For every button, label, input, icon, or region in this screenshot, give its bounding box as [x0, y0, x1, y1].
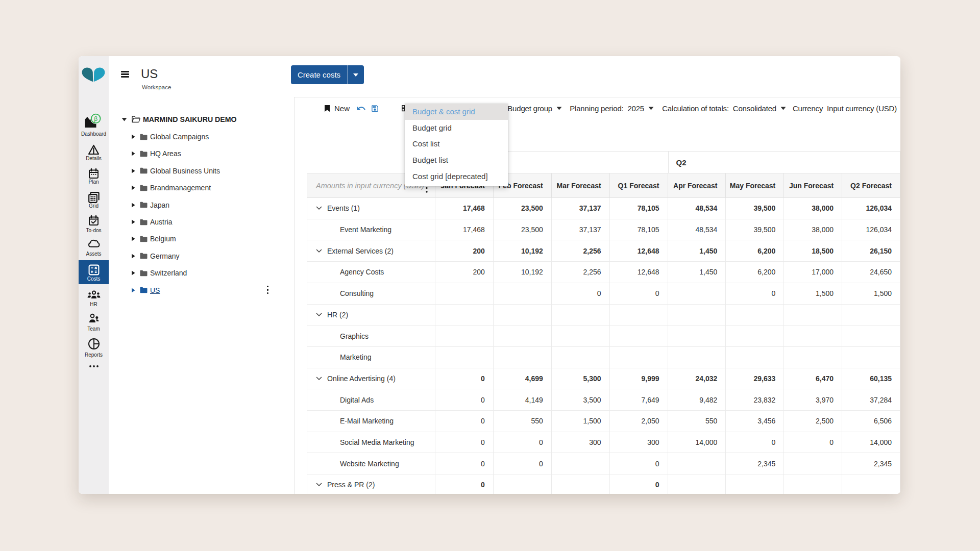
svg-text:β: β [94, 115, 97, 122]
